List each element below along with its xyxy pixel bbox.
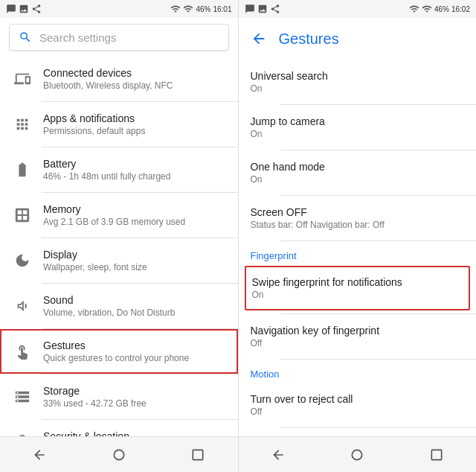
apps-content: Apps & notifications Permissions, defaul… bbox=[43, 112, 225, 136]
settings-item-battery[interactable]: Battery 46% - 1h 48m until fully charged bbox=[0, 147, 238, 192]
storage-title: Storage bbox=[43, 385, 225, 397]
home-nav-btn[interactable] bbox=[104, 440, 134, 470]
storage-subtitle: 33% used - 42.72 GB free bbox=[43, 398, 225, 409]
universal-search-subtitle: On bbox=[251, 83, 465, 94]
settings-item-connected[interactable]: Connected devices Bluetooth, Wireless di… bbox=[0, 57, 238, 101]
recents-nav-btn[interactable] bbox=[183, 440, 213, 470]
gesture-item-mute-pickup[interactable]: Mute on pickup Off bbox=[239, 428, 477, 436]
settings-item-storage[interactable]: Storage 33% used - 42.72 GB free bbox=[0, 374, 238, 419]
recents-nav-icon bbox=[190, 447, 205, 462]
sound-title: Sound bbox=[43, 294, 225, 306]
display-subtitle: Wallpaper, sleep, font size bbox=[43, 262, 225, 272]
time-text: 16:01 bbox=[213, 5, 231, 13]
settings-item-security[interactable]: Security & location Screen lock, fingerp… bbox=[0, 420, 238, 436]
apps-subtitle: Permissions, default apps bbox=[43, 126, 225, 136]
display-icon bbox=[13, 252, 31, 270]
screen-off-subtitle: Status bar: Off Navigation bar: Off bbox=[251, 220, 465, 230]
memory-content: Memory Avg 2.1 GB of 3.9 GB memory used bbox=[43, 203, 225, 227]
gestures-subtitle: Quick gestures to control your phone bbox=[43, 353, 225, 363]
gesture-item-screen-off[interactable]: Screen OFF Status bar: Off Navigation ba… bbox=[239, 196, 477, 240]
right-recents-nav-icon bbox=[429, 447, 444, 462]
msg-icon bbox=[6, 4, 16, 14]
settings-item-display[interactable]: Display Wallpaper, sleep, font size bbox=[0, 238, 238, 283]
right-image-icon bbox=[257, 4, 268, 14]
apps-icon bbox=[13, 115, 31, 133]
settings-item-apps[interactable]: Apps & notifications Permissions, defaul… bbox=[0, 102, 238, 147]
memory-title: Memory bbox=[43, 203, 225, 215]
swipe-fingerprint-subtitle: On bbox=[252, 290, 463, 300]
connected-content: Connected devices Bluetooth, Wireless di… bbox=[43, 67, 225, 91]
svg-point-0 bbox=[114, 450, 123, 459]
right-status-icons bbox=[245, 4, 280, 14]
gestures-content: Gestures Quick gestures to control your … bbox=[43, 339, 225, 363]
settings-item-memory[interactable]: Memory Avg 2.1 GB of 3.9 GB memory used bbox=[0, 193, 238, 237]
right-status-info: 46% 16:01 bbox=[170, 4, 231, 14]
search-placeholder: Search settings bbox=[39, 31, 116, 44]
right-home-nav-icon bbox=[350, 447, 364, 462]
right-panel: 46% 16:02 Gestures Universal search On J… bbox=[239, 0, 477, 472]
back-nav-btn[interactable] bbox=[25, 440, 54, 470]
jump-camera-subtitle: On bbox=[251, 129, 465, 139]
back-arrow-btn[interactable] bbox=[251, 31, 267, 47]
sound-icon bbox=[13, 297, 31, 315]
right-back-nav-icon bbox=[271, 447, 286, 462]
motion-section-header: Motion bbox=[239, 360, 477, 383]
battery-content: Battery 46% - 1h 48m until fully charged bbox=[43, 158, 225, 182]
right-back-nav-btn[interactable] bbox=[263, 440, 293, 470]
left-bottom-nav bbox=[0, 436, 238, 472]
search-icon bbox=[19, 31, 32, 44]
wifi-icon bbox=[183, 4, 193, 14]
gesture-item-turn-over[interactable]: Turn over to reject call Off bbox=[239, 383, 477, 427]
battery-title: Battery bbox=[43, 158, 225, 170]
settings-item-gestures[interactable]: Gestures Quick gestures to control your … bbox=[0, 329, 238, 374]
storage-icon bbox=[13, 388, 31, 406]
gesture-item-one-hand[interactable]: One hand mode On bbox=[239, 150, 477, 195]
nav-key-subtitle: Off bbox=[251, 338, 465, 348]
connected-title: Connected devices bbox=[43, 67, 225, 79]
battery-subtitle: 46% - 1h 48m until fully charged bbox=[43, 171, 225, 182]
settings-item-sound[interactable]: Sound Volume, vibration, Do Not Disturb bbox=[0, 284, 238, 328]
settings-list: Connected devices Bluetooth, Wireless di… bbox=[0, 57, 238, 436]
jump-camera-title: Jump to camera bbox=[251, 115, 465, 127]
gestures-header: Gestures bbox=[239, 18, 477, 60]
share-icon bbox=[31, 4, 42, 14]
right-bottom-nav bbox=[239, 436, 477, 472]
left-status-icons bbox=[6, 4, 42, 14]
security-content: Security & location Screen lock, fingerp… bbox=[43, 430, 225, 436]
connected-icon bbox=[13, 70, 31, 88]
memory-subtitle: Avg 2.1 GB of 3.9 GB memory used bbox=[43, 217, 225, 227]
display-content: Display Wallpaper, sleep, font size bbox=[43, 249, 225, 272]
gesture-item-universal-search[interactable]: Universal search On bbox=[239, 60, 477, 104]
right-home-nav-btn[interactable] bbox=[342, 440, 372, 470]
universal-search-title: Universal search bbox=[251, 70, 465, 82]
security-title: Security & location bbox=[43, 430, 225, 436]
svg-point-2 bbox=[353, 450, 362, 459]
back-arrow-icon bbox=[251, 31, 267, 47]
gesture-item-swipe-fingerprint[interactable]: Swipe fingerprint for notifications On bbox=[245, 266, 471, 310]
svg-rect-3 bbox=[431, 450, 441, 459]
image-icon bbox=[19, 4, 29, 14]
swipe-fingerprint-title: Swipe fingerprint for notifications bbox=[252, 276, 463, 288]
memory-icon bbox=[13, 206, 31, 224]
right-battery-text: 46% bbox=[434, 5, 449, 13]
turn-over-title: Turn over to reject call bbox=[251, 393, 465, 405]
search-bar[interactable]: Search settings bbox=[9, 24, 229, 51]
apps-title: Apps & notifications bbox=[43, 112, 225, 124]
sound-subtitle: Volume, vibration, Do Not Disturb bbox=[43, 307, 225, 318]
one-hand-title: One hand mode bbox=[251, 161, 465, 173]
right-recents-nav-btn[interactable] bbox=[422, 440, 451, 470]
battery-icon bbox=[13, 161, 31, 179]
one-hand-subtitle: On bbox=[251, 174, 465, 185]
right-time-text: 16:02 bbox=[451, 5, 470, 13]
gesture-item-nav-key[interactable]: Navigation key of fingerprint Off bbox=[239, 314, 477, 359]
svg-rect-1 bbox=[193, 450, 203, 459]
storage-content: Storage 33% used - 42.72 GB free bbox=[43, 385, 225, 409]
right-msg-icon bbox=[245, 4, 255, 14]
right-wifi-icon bbox=[422, 4, 432, 14]
sound-content: Sound Volume, vibration, Do Not Disturb bbox=[43, 294, 225, 318]
right-status-right: 46% 16:02 bbox=[409, 4, 470, 14]
fingerprint-section-header: Fingerprint bbox=[239, 241, 477, 264]
gestures-page-title: Gestures bbox=[279, 31, 339, 48]
left-panel: 46% 16:01 Search settings Connected devi… bbox=[0, 0, 238, 472]
gesture-item-jump-camera[interactable]: Jump to camera On bbox=[239, 105, 477, 150]
